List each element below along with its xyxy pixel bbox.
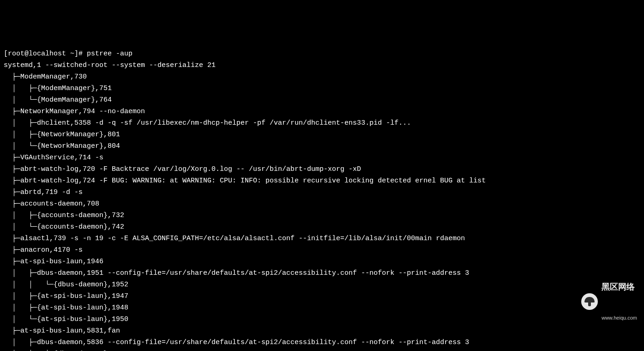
- watermark-text: 黑区网络 www.heiqu.com: [602, 259, 637, 344]
- output-line: ├─ModemManager,730: [4, 73, 87, 81]
- watermark-url: www.heiqu.com: [602, 315, 637, 321]
- output-line: ├─abrtd,719 -d -s: [4, 188, 83, 196]
- output-line: ├─alsactl,739 -s -n 19 -c -E ALSA_CONFIG…: [4, 235, 465, 242]
- output-line: │ └─{at-spi-bus-laun},1950: [4, 315, 128, 323]
- shell-prompt: [root@localhost ~]#: [4, 50, 87, 58]
- output-line: ├─NetworkManager,794 --no-daemon: [4, 108, 145, 115]
- output-line: ├─at-spi-bus-laun,1946: [4, 258, 103, 266]
- output-line: │ ├─{ModemManager},751: [4, 85, 112, 92]
- output-line: ├─accounts-daemon,708: [4, 200, 99, 208]
- output-line: │ └─{ModemManager},764: [4, 96, 112, 104]
- output-line: │ ├─dhclient,5358 -d -q -sf /usr/libexec…: [4, 119, 411, 127]
- output-line: │ ├─dbus-daemon,1951 --config-file=/usr/…: [4, 269, 469, 277]
- output-line: │ ├─{NetworkManager},801: [4, 131, 120, 139]
- watermark: 黑区网络 www.heiqu.com: [581, 259, 637, 344]
- output-line: │ ├─dbus-daemon,5836 --config-file=/usr/…: [4, 339, 469, 346]
- output-line: │ ├─{at-spi-bus-laun},1948: [4, 304, 128, 312]
- command-text: pstree -aup: [87, 50, 132, 58]
- output-line: │ │ └─{dbus-daemon},1952: [4, 281, 128, 289]
- output-line: │ ├─{at-spi-bus-laun},1947: [4, 292, 128, 300]
- output-line: ├─at-spi-bus-laun,5831,fan: [4, 327, 120, 335]
- output-line: │ └─{accounts-daemon},742: [4, 223, 124, 231]
- terminal-output[interactable]: [root@localhost ~]# pstree -aup systemd,…: [0, 46, 644, 351]
- output-line: ├─anacron,4170 -s: [4, 246, 83, 254]
- output-line: systemd,1 --switched-root --system --des…: [4, 61, 216, 69]
- mushroom-icon: [581, 293, 598, 310]
- output-line: │ └─{NetworkManager},804: [4, 142, 120, 150]
- watermark-title: 黑区网络: [602, 282, 637, 291]
- output-line: ├─abrt-watch-log,720 -F Backtrace /var/l…: [4, 165, 361, 173]
- output-line: │ ├─{accounts-daemon},732: [4, 212, 124, 219]
- output-line: ├─abrt-watch-log,724 -F BUG: WARNING: at…: [4, 177, 486, 185]
- output-line: ├─VGAuthService,714 -s: [4, 154, 103, 162]
